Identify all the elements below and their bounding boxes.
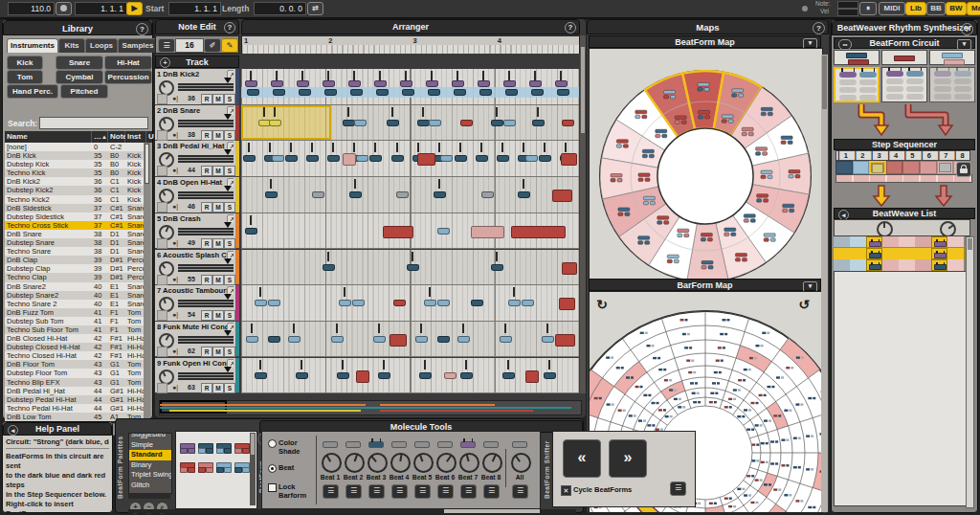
note-glyph[interactable] [525, 155, 538, 162]
start-field[interactable]: 1. 1. 1 [168, 2, 221, 15]
note-glyph[interactable] [544, 372, 556, 379]
category-cymbal[interactable]: Cymbal [56, 70, 103, 84]
help-icon[interactable]: ? [565, 22, 576, 34]
note-glyph[interactable] [437, 300, 450, 306]
vel-value-field[interactable] [837, 9, 858, 16]
note-glyph[interactable] [518, 191, 530, 198]
note-glyph[interactable] [503, 120, 516, 126]
note-glyph[interactable] [271, 80, 283, 87]
note-glyph[interactable] [323, 80, 335, 87]
record-button[interactable]: R [201, 166, 212, 176]
grid-size-field[interactable]: 16 [175, 38, 204, 53]
note-glyph[interactable] [424, 300, 436, 306]
tempo-field[interactable]: 110.0 [8, 2, 55, 15]
note-glyph[interactable] [429, 120, 441, 126]
color-chip[interactable] [157, 238, 167, 249]
solo-button[interactable]: S [224, 202, 235, 213]
solo-button[interactable]: S [224, 383, 235, 393]
table-row[interactable]: Dubstep Clap39D#1Percus... [5, 264, 146, 273]
note-glyph[interactable] [557, 89, 569, 96]
note-glyph[interactable] [246, 336, 258, 343]
view-btn-midi[interactable]: MIDI [879, 2, 905, 15]
solo-button[interactable]: S [224, 310, 235, 321]
category-tom[interactable]: Tom [7, 70, 43, 84]
note-glyph[interactable] [417, 120, 430, 126]
add-track-icon[interactable]: + [160, 57, 170, 68]
note-glyph[interactable] [460, 120, 473, 126]
weave-row[interactable] [834, 248, 964, 259]
table-row[interactable]: [none]0C-2 [5, 143, 146, 151]
help-icon[interactable]: ? [224, 22, 235, 34]
help-icon[interactable]: ? [813, 22, 825, 34]
table-row[interactable]: Dubstep Pedal Hi-Hat44G#1Hi-Hat [5, 395, 146, 404]
note-glyph[interactable] [500, 336, 512, 343]
track-strip[interactable]: 8 Funk Mute Hi Conga↗●|62RMS [155, 322, 239, 358]
note-glyph[interactable] [407, 264, 419, 271]
arranger-row[interactable] [241, 358, 579, 393]
arranger-row[interactable] [241, 213, 579, 250]
table-row[interactable]: Techno Kick35B0Kick [5, 168, 146, 177]
tab-instruments[interactable]: Instruments [7, 38, 58, 53]
note-glyph[interactable] [378, 372, 390, 379]
table-row[interactable]: DnB Clap39D#1Percus... [5, 256, 146, 264]
note-glyph[interactable] [373, 336, 386, 343]
weave-cell[interactable] [834, 248, 850, 259]
list-icon[interactable]: ☰ [391, 484, 408, 499]
note-glyph[interactable] [268, 300, 280, 306]
record-button[interactable]: R [201, 238, 212, 249]
list-icon[interactable]: ☰ [437, 484, 454, 499]
category-snare[interactable]: Snare [56, 56, 103, 70]
note-block[interactable] [525, 370, 539, 383]
note-glyph[interactable] [369, 155, 382, 162]
track-strip[interactable]: 1 DnB Kick2↗●|36RMS [155, 69, 239, 105]
note-glyph[interactable] [255, 372, 267, 379]
table-row[interactable]: DnB Kick35B0Kick [5, 151, 146, 160]
color-chip[interactable] [157, 347, 167, 357]
mute-button[interactable]: M [212, 238, 224, 249]
record-button[interactable]: R [201, 94, 212, 104]
table-row[interactable]: Dubstep Closed Hi-Hat42F#1Hi-Hat [5, 343, 146, 351]
weave-cell[interactable] [947, 248, 964, 259]
palette-beatform[interactable] [198, 459, 214, 470]
arranger-timeline-ruler[interactable]: 1234 [241, 35, 580, 54]
note-glyph[interactable] [452, 80, 464, 87]
length-field[interactable]: 0. 0. 0 [254, 2, 306, 15]
list-icon[interactable]: ☰ [368, 484, 385, 499]
chevron-down-icon[interactable]: ▾ [957, 39, 971, 50]
library-header[interactable]: Library ? [3, 20, 152, 35]
color-chip[interactable] [157, 94, 167, 104]
note-glyph[interactable] [323, 264, 335, 271]
note-glyph[interactable] [491, 264, 503, 271]
lock-button[interactable] [956, 162, 971, 177]
note-glyph[interactable] [339, 300, 351, 306]
record-arm-icon[interactable]: ●| [172, 311, 178, 318]
table-row[interactable]: DnB Fuzz Tom41F1Tom [5, 308, 146, 317]
note-glyph[interactable] [387, 120, 399, 126]
table-row[interactable]: Techno Blip EFX43G1Tom [5, 378, 146, 387]
track-strip[interactable]: 7 Acoustic Tambourine↗●|54RMS [155, 285, 239, 322]
loop-button[interactable]: ⇄ [307, 2, 323, 15]
weave-cell[interactable] [931, 248, 947, 259]
mute-button[interactable]: M [212, 166, 224, 176]
view-btn-bb[interactable]: BB [926, 2, 946, 15]
view-btn-lib[interactable]: Lib [905, 2, 926, 15]
list-icon[interactable]: ☰ [512, 484, 528, 499]
note-block[interactable] [417, 153, 435, 166]
table-row[interactable]: Dubstep Snare38D1Snare [5, 238, 146, 247]
note-block[interactable] [390, 334, 407, 347]
weave-cell[interactable] [947, 259, 964, 271]
note-glyph[interactable] [437, 336, 450, 343]
table-row[interactable]: Techno Kick236C1Kick [5, 195, 146, 204]
help-icon[interactable]: ? [961, 23, 973, 35]
weave-cell[interactable] [899, 248, 915, 259]
view-btn-bw[interactable]: BW [946, 2, 967, 15]
note-glyph[interactable] [491, 120, 503, 126]
weave-row[interactable] [834, 236, 964, 248]
note-glyph[interactable] [400, 80, 412, 87]
note-glyph[interactable] [532, 120, 545, 126]
tumbler-knob-6[interactable] [436, 453, 457, 473]
table-row[interactable]: Techno Clap39D#1Percus... [5, 273, 146, 281]
selection-region[interactable] [241, 105, 331, 141]
note-glyph[interactable] [539, 155, 551, 162]
arranger-minimap[interactable] [159, 400, 582, 415]
